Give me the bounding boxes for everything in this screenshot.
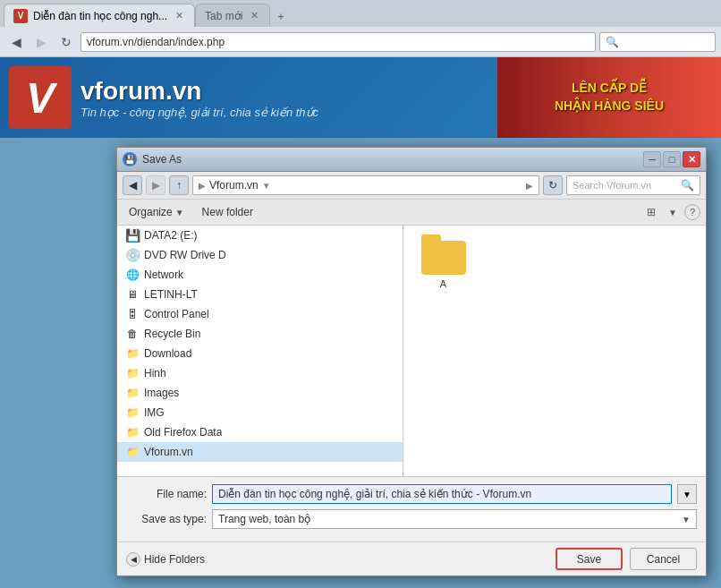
vforum-label: Vforum.vn (144, 446, 193, 458)
dialog-title: Save As (142, 153, 182, 166)
panel-item-hinh[interactable]: 📁 Hinh (117, 363, 403, 383)
new-folder-label: New folder (202, 206, 253, 218)
hinh-icon: 📁 (124, 366, 140, 380)
tab-close-inactive[interactable]: ✕ (248, 10, 260, 22)
dialog-body: 💾 DATA2 (E:) 💿 DVD RW Drive D 🌐 Network … (117, 226, 706, 476)
img-icon: 📁 (124, 405, 140, 420)
view-dropdown-button[interactable]: ▼ (663, 202, 683, 222)
search-nav-placeholder: Search Vforum.vn (573, 180, 651, 191)
breadcrumb-arrow2: ▶ (526, 181, 533, 191)
data2-icon: 💾 (124, 228, 140, 243)
oldfirefox-label: Old Firefox Data (144, 426, 222, 439)
new-folder-button[interactable]: New folder (196, 203, 259, 221)
panel-item-images[interactable]: 📁 Images (117, 383, 403, 403)
address-bar[interactable]: vforum.vn/diendan/index.php (81, 32, 596, 52)
panel-item-letinh[interactable]: 🖥 LETINH-LT (117, 285, 403, 304)
search-icon: 🔍 (606, 36, 619, 48)
filename-input[interactable]: Diễn đàn tin học công nghệ, giải trí, ch… (212, 484, 672, 504)
dialog-titlebar: 💾 Save As ─ □ ✕ (117, 148, 706, 172)
network-icon: 🌐 (124, 268, 140, 282)
dialog-nav: ◀ ▶ ↑ ▶ Vforum.vn ▼ ▶ ↻ Search Vforum.vn… (117, 172, 706, 200)
minimize-button[interactable]: ─ (643, 151, 661, 167)
browser-search-box[interactable]: 🔍 (599, 32, 716, 52)
search-nav-icon: 🔍 (681, 179, 694, 192)
dialog-toolbar: Organize ▼ New folder ⊞ ▼ ? (117, 200, 706, 226)
panel-item-download[interactable]: 📁 Download (117, 344, 403, 363)
tab-close-active[interactable]: ✕ (173, 10, 185, 22)
tab-label-active: Diễn đàn tin học công ngh... (33, 10, 167, 22)
savetype-row: Save as type: Trang web, toàn bộ ▼ (126, 509, 697, 529)
refresh-button[interactable]: ↻ (55, 31, 77, 53)
tab-inactive[interactable]: Tab mới ✕ (195, 4, 270, 27)
back-nav-button[interactable]: ◀ (123, 175, 142, 195)
banner-text: LÊN CẤP DỄ NHẬN HÀNG SIÊU (555, 80, 664, 115)
banner-right: LÊN CẤP DỄ NHẬN HÀNG SIÊU (497, 57, 721, 138)
data2-label: DATA2 (E:) (144, 229, 198, 242)
folder-a-label: A (440, 278, 446, 289)
cancel-button[interactable]: Cancel (630, 548, 697, 570)
panel-item-data2[interactable]: 💾 DATA2 (E:) (117, 226, 403, 245)
refresh-nav-button[interactable]: ↻ (543, 175, 563, 195)
download-label: Download (144, 347, 191, 360)
dvd-icon: 💿 (124, 248, 140, 262)
right-panel: A (403, 226, 707, 476)
dialog-bottom: File name: Diễn đàn tin học công nghệ, g… (117, 476, 706, 541)
site-logo: V (9, 66, 72, 129)
panel-item-network[interactable]: 🌐 Network (117, 265, 403, 285)
filename-dropdown[interactable]: ▼ (677, 484, 697, 504)
tab-label-inactive: Tab mới (205, 10, 242, 22)
maximize-button[interactable]: □ (663, 151, 681, 167)
close-button[interactable]: ✕ (683, 151, 700, 167)
organize-label: Organize (129, 206, 173, 218)
folder-a-body (421, 241, 466, 275)
letinh-icon: 🖥 (124, 287, 140, 302)
filename-dropdown-arrow: ▼ (683, 490, 691, 499)
new-tab-btn[interactable]: + (270, 7, 291, 27)
tab-bar: V Diễn đàn tin học công ngh... ✕ Tab mới… (0, 0, 721, 27)
breadcrumb-item: Vforum.vn (209, 179, 259, 192)
panel-item-control[interactable]: 🎛 Control Panel (117, 304, 403, 324)
back-button[interactable]: ◀ (5, 31, 27, 53)
tab-favicon-active: V (13, 9, 28, 23)
forward-button[interactable]: ▶ (30, 31, 52, 53)
organize-button[interactable]: Organize ▼ (123, 203, 191, 221)
help-button[interactable]: ? (684, 204, 700, 220)
address-text: vforum.vn/diendan/index.php (87, 36, 225, 48)
control-label: Control Panel (144, 308, 209, 320)
panel-item-oldfirefox[interactable]: 📁 Old Firefox Data (117, 422, 403, 442)
savetype-arrow: ▼ (682, 515, 691, 524)
site-tagline: Tin học - công nghệ, giải trí, chia sẻ k… (81, 106, 318, 119)
recycle-label: Recycle Bin (144, 328, 200, 340)
panel-item-vforum[interactable]: 📁 Vforum.vn (117, 442, 403, 462)
folder-a[interactable]: A (412, 234, 475, 289)
save-button[interactable]: Save (556, 548, 623, 570)
panel-item-img[interactable]: 📁 IMG (117, 403, 403, 422)
footer-left: ◀ Hide Folders (126, 552, 548, 567)
browser-chrome: V Diễn đàn tin học công ngh... ✕ Tab mới… (0, 0, 721, 57)
hide-folders-button[interactable]: ◀ Hide Folders (126, 552, 548, 567)
images-label: Images (144, 387, 179, 399)
images-icon: 📁 (124, 386, 140, 400)
savetype-value: Trang web, toàn bộ (218, 513, 310, 525)
logo-letter: V (26, 73, 55, 123)
save-as-dialog: 💾 Save As ─ □ ✕ ◀ ▶ ↑ ▶ Vforum.vn ▼ ▶ ↻ … (116, 147, 707, 576)
search-nav-box[interactable]: Search Vforum.vn 🔍 (566, 175, 700, 195)
view-buttons: ⊞ ▼ ? (641, 202, 700, 222)
recycle-icon: 🗑 (124, 327, 140, 341)
hide-folders-label: Hide Folders (144, 553, 205, 566)
forward-nav-button[interactable]: ▶ (146, 175, 165, 195)
left-panel: 💾 DATA2 (E:) 💿 DVD RW Drive D 🌐 Network … (117, 226, 403, 476)
site-name: vforum.vn (81, 77, 318, 106)
view-toggle-button[interactable]: ⊞ (641, 202, 661, 222)
up-nav-button[interactable]: ↑ (169, 175, 189, 195)
panel-item-dvd[interactable]: 💿 DVD RW Drive D (117, 245, 403, 265)
tab-active[interactable]: V Diễn đàn tin học công ngh... ✕ (4, 4, 195, 27)
breadcrumb-bar[interactable]: ▶ Vforum.vn ▼ ▶ (192, 175, 539, 195)
hide-folders-arrow: ◀ (126, 552, 140, 567)
filename-value: Diễn đàn tin học công nghệ, giải trí, ch… (218, 488, 531, 500)
breadcrumb-dropdown[interactable]: ▼ (262, 181, 271, 191)
folder-a-icon (421, 234, 466, 275)
panel-item-recycle[interactable]: 🗑 Recycle Bin (117, 324, 403, 344)
savetype-select[interactable]: Trang web, toàn bộ ▼ (212, 509, 697, 529)
network-label: Network (144, 268, 183, 281)
